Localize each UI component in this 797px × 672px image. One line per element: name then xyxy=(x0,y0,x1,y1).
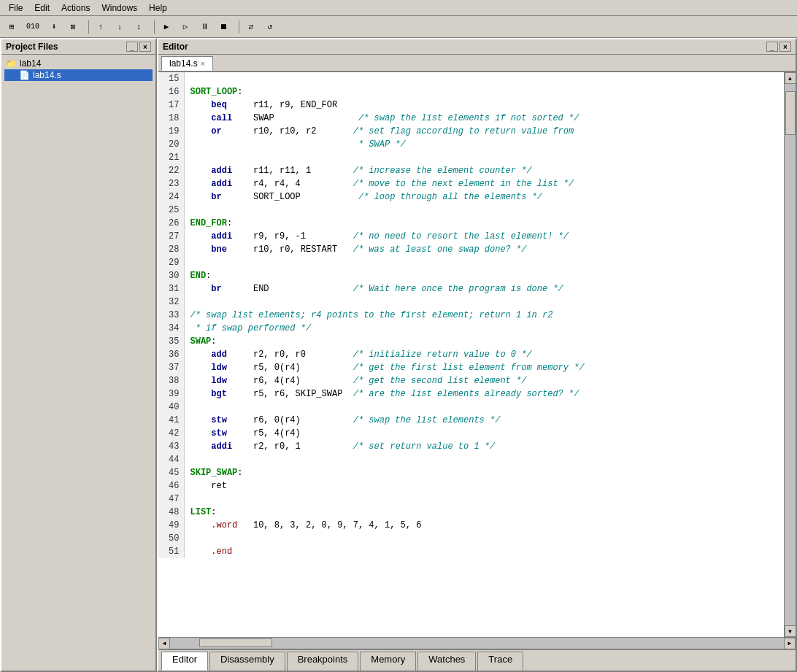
vertical-scrollbar[interactable]: ▲ ▼ xyxy=(784,72,796,637)
line-code[interactable]: addi r4, r4, 4 /* move to the next eleme… xyxy=(184,177,784,190)
line-code[interactable]: SKIP_SWAP: xyxy=(184,466,784,479)
line-code[interactable]: /* swap list elements; r4 points to the … xyxy=(184,309,784,322)
line-code[interactable] xyxy=(184,493,784,506)
toolbar-010[interactable]: 010 xyxy=(22,19,44,35)
line-code[interactable]: ldw r6, 4(r4) /* get the second list ele… xyxy=(184,374,784,387)
line-code[interactable]: ldw r5, 0(r4) /* get the first list elem… xyxy=(184,361,784,374)
menu-help[interactable]: Help xyxy=(143,1,173,15)
bottom-tab-breakpoints[interactable]: Breakpoints xyxy=(287,652,359,671)
line-number: 27 xyxy=(158,230,184,243)
toolbar-step-fwd[interactable]: ↓ xyxy=(111,19,128,35)
line-code[interactable] xyxy=(184,151,784,164)
editor-header: Editor _ × xyxy=(158,39,796,55)
bottom-tab-memory[interactable]: Memory xyxy=(360,652,416,671)
line-number: 19 xyxy=(158,125,184,138)
project-panel-close[interactable]: × xyxy=(139,42,151,52)
horiz-scroll-right[interactable]: ▶ xyxy=(784,638,796,649)
toolbar-download[interactable]: ⬇ xyxy=(45,19,63,35)
line-code[interactable] xyxy=(184,256,784,269)
toolbar-toggle[interactable]: ⇄ xyxy=(242,19,260,35)
scrollbar-up-btn[interactable]: ▲ xyxy=(785,72,796,84)
line-code[interactable] xyxy=(184,72,784,85)
horiz-scrollbar[interactable]: ◀ ▶ xyxy=(158,637,796,649)
toolbar-sep1 xyxy=(85,20,89,34)
line-code[interactable]: addi r9, r9, -1 /* no need to resort the… xyxy=(184,230,784,243)
file-tab-label: lab14.s xyxy=(169,58,198,69)
line-code[interactable]: bgt r5, r6, SKIP_SWAP /* are the list el… xyxy=(184,387,784,401)
toolbar-run[interactable]: ▶ xyxy=(158,19,175,35)
toolbar-new[interactable]: ⊞ xyxy=(3,19,20,35)
line-code[interactable]: bne r10, r0, RESTART /* was at least one… xyxy=(184,243,784,256)
line-code[interactable] xyxy=(184,453,784,466)
line-code[interactable]: addi r2, r0, 1 /* set return value to 1 … xyxy=(184,440,784,453)
menu-edit[interactable]: Edit xyxy=(28,1,55,15)
bottom-tab-disassembly[interactable]: Disassembly xyxy=(209,652,285,671)
table-row: 25 xyxy=(158,204,784,217)
toolbar-stop[interactable]: ⏹ xyxy=(215,19,232,35)
line-code[interactable]: beq r11, r9, END_FOR xyxy=(184,99,784,112)
file-tab-lab14[interactable]: lab14.s × xyxy=(161,56,213,71)
menu-file[interactable]: File xyxy=(3,1,28,15)
line-code[interactable]: br END /* Wait here once the program is … xyxy=(184,282,784,296)
editor-minimize[interactable]: _ xyxy=(766,42,778,52)
line-code[interactable]: .word 10, 8, 3, 2, 0, 9, 7, 4, 1, 5, 6 xyxy=(184,519,784,532)
table-row: 40 xyxy=(158,401,784,414)
bottom-tab-trace[interactable]: Trace xyxy=(477,652,523,671)
bottom-tab-editor[interactable]: Editor xyxy=(161,652,208,671)
line-code[interactable] xyxy=(184,204,784,217)
horiz-scroll-left[interactable]: ◀ xyxy=(158,638,170,649)
line-code[interactable]: add r2, r0, r0 /* initialize return valu… xyxy=(184,348,784,361)
table-row: 15 xyxy=(158,72,784,85)
toolbar-step-over[interactable]: ↕ xyxy=(130,19,147,35)
tree-file[interactable]: 📄 lab14.s xyxy=(4,69,153,81)
menu-windows[interactable]: Windows xyxy=(96,1,143,15)
project-tree: 📁 lab14 📄 lab14.s xyxy=(1,55,155,671)
toolbar-reset[interactable]: ↺ xyxy=(261,19,279,35)
line-number: 38 xyxy=(158,374,184,387)
toolbar-continue[interactable]: ▷ xyxy=(177,19,194,35)
scrollbar-track[interactable] xyxy=(785,84,796,625)
line-code[interactable]: br SORT_LOOP /* loop through all the ele… xyxy=(184,190,784,204)
menu-actions[interactable]: Actions xyxy=(55,1,96,15)
line-code[interactable] xyxy=(184,401,784,414)
scrollbar-thumb[interactable] xyxy=(785,91,796,135)
line-code[interactable] xyxy=(184,296,784,309)
toolbar-step-back[interactable]: ↑ xyxy=(92,19,109,35)
horiz-scroll-track[interactable] xyxy=(170,638,784,649)
line-code[interactable]: addi r11, r11, 1 /* increase the element… xyxy=(184,164,784,177)
project-panel: Project Files _ × 📁 lab14 📄 lab14.s xyxy=(0,38,157,672)
line-code[interactable]: LIST: xyxy=(184,506,784,519)
table-row: 24 br SORT_LOOP /* loop through all the … xyxy=(158,190,784,204)
scrollbar-down-btn[interactable]: ▼ xyxy=(785,625,796,637)
line-number: 36 xyxy=(158,348,184,361)
line-code[interactable]: or r10, r10, r2 /* set flag according to… xyxy=(184,125,784,138)
tree-root[interactable]: 📁 lab14 xyxy=(4,58,153,69)
line-code[interactable]: SWAP: xyxy=(184,335,784,348)
line-code[interactable]: END_FOR: xyxy=(184,217,784,230)
line-code[interactable]: ret xyxy=(184,479,784,493)
toolbar-pause[interactable]: ⏸ xyxy=(196,19,213,35)
table-row: 41 stw r6, 0(r4) /* swap the list elemen… xyxy=(158,414,784,427)
line-code[interactable]: * if swap performed */ xyxy=(184,322,784,335)
line-code[interactable]: stw r5, 4(r4) xyxy=(184,427,784,440)
horiz-scroll-thumb[interactable] xyxy=(199,638,272,647)
line-code[interactable]: SORT_LOOP: xyxy=(184,85,784,99)
toolbar-chip[interactable]: ⊠ xyxy=(64,19,82,35)
line-number: 45 xyxy=(158,466,184,479)
bottom-tab-watches[interactable]: Watches xyxy=(417,652,476,671)
line-code[interactable]: call SWAP /* swap the list elements if n… xyxy=(184,112,784,125)
project-panel-minimize[interactable]: _ xyxy=(126,42,138,52)
code-scroll[interactable]: 15 16SORT_LOOP:17 beq r11, r9, END_FOR18… xyxy=(158,72,784,637)
file-tab-close[interactable]: × xyxy=(201,60,205,68)
line-code[interactable]: * SWAP */ xyxy=(184,138,784,151)
table-row: 48LIST: xyxy=(158,506,784,519)
line-number: 20 xyxy=(158,138,184,151)
line-code[interactable] xyxy=(184,532,784,545)
editor-close[interactable]: × xyxy=(779,42,791,52)
table-row: 29 xyxy=(158,256,784,269)
line-code[interactable]: stw r6, 0(r4) /* swap the list elements … xyxy=(184,414,784,427)
line-code[interactable]: .end xyxy=(184,545,784,558)
line-number: 29 xyxy=(158,256,184,269)
line-number: 47 xyxy=(158,493,184,506)
line-code[interactable]: END: xyxy=(184,269,784,282)
